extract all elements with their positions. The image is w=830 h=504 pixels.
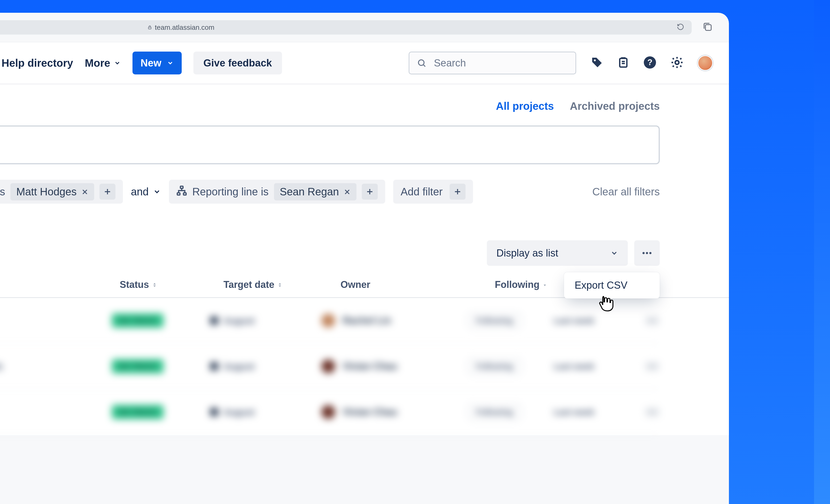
browser-window: team.atlassian.com ms Help directory [0,13,729,504]
tab-archived-projects[interactable]: Archived projects [570,100,660,112]
tab-all-projects-label: All projects [496,100,554,112]
row-title: timonials [0,361,112,372]
stage: team.atlassian.com ms Help directory [0,0,830,504]
svg-rect-0 [149,27,151,29]
display-row: Display as list Export CSV [0,208,729,271]
project-subtabs: All projects Archived projects [0,84,729,123]
project-search-box[interactable] [0,126,660,164]
add-contributor-button[interactable] [99,184,116,200]
owner-avatar [321,405,335,419]
row-status-cell: ON TRACK [112,313,210,328]
add-reporting-line-button[interactable] [362,184,378,200]
filter-contributor[interactable]: butor is Matt Hodges [0,180,123,204]
row-following[interactable]: Following [468,404,554,420]
plus-icon [454,188,461,196]
svg-point-2 [418,60,424,65]
following-pill[interactable]: Following [468,359,521,374]
chip-remove-icon[interactable] [344,186,351,198]
url-content: team.atlassian.com [148,23,215,32]
nav-more-label: More [85,57,110,69]
following-pill[interactable]: Following [468,404,521,420]
col-owner[interactable]: Owner [341,279,495,290]
clear-all-filters[interactable]: Clear all filters [593,186,660,198]
chip-contributor-text: Matt Hodges [16,186,76,198]
chip-contributor-value[interactable]: Matt Hodges [10,183,94,200]
avatar[interactable] [698,55,713,71]
app-header: ms Help directory More New Give feedback [0,42,729,84]
plus-icon [103,188,111,196]
owner-avatar [321,359,335,373]
sort-icon [152,279,158,290]
table-row[interactable]: ON TRACKAugustVivian ChauFollowingLast w… [0,390,660,435]
tag-icon[interactable] [590,56,603,70]
filter-connector[interactable]: and [131,186,161,198]
following-pill[interactable]: Following [468,313,521,328]
add-filter-plus[interactable] [450,184,466,200]
more-horizontal-icon [645,407,660,417]
row-following[interactable]: Following [468,313,554,328]
add-filter-button[interactable]: Add filter [393,180,473,204]
tabs-icon[interactable] [702,22,713,33]
filter-reporting-line-label: Reporting line is [192,186,269,198]
svg-rect-1 [705,25,711,31]
sort-desc-icon [542,279,547,290]
target-dot-icon [210,316,218,325]
display-mode-select[interactable]: Display as list [487,240,628,266]
status-badge: ON TRACK [112,405,164,419]
row-target: August [210,361,321,372]
svg-point-13 [649,252,651,254]
col-owner-label: Owner [341,279,370,290]
table-row[interactable]: ON TRACKAugustRachel LinFollowingLast we… [0,298,660,344]
lock-icon [148,25,152,30]
reload-icon[interactable] [677,23,684,32]
nav-help-directory-label: Help directory [2,57,73,69]
table-row[interactable]: timonialsON TRACKAugustVivian ChauFollow… [0,344,660,390]
row-last: Last week [553,362,645,371]
status-badge: ON TRACK [112,313,164,328]
help-icon[interactable]: ? [643,56,657,70]
new-button-label: New [140,58,161,69]
clipboard-icon[interactable] [617,56,630,70]
chevron-down-icon [167,60,174,66]
export-csv-label: Export CSV [575,280,628,291]
row-owner[interactable]: Vivian Chau [321,405,468,419]
col-target-date-label: Target date [223,279,274,290]
chip-reporting-line-text: Sean Regan [280,186,339,198]
chip-reporting-line-value[interactable]: Sean Regan [274,183,356,200]
svg-text:?: ? [647,58,652,67]
col-status[interactable]: Status [120,279,223,290]
filter-row: butor is Matt Hodges and [0,175,729,208]
filter-connector-label: and [131,186,149,198]
sort-icon [277,279,283,290]
give-feedback-button[interactable]: Give feedback [193,52,282,74]
more-actions-button[interactable] [634,240,660,266]
col-target-date[interactable]: Target date [223,279,341,290]
settings-icon[interactable] [670,56,684,70]
nav-help-directory[interactable]: Help directory [2,57,73,69]
row-actions[interactable] [645,361,660,372]
clear-all-filters-label: Clear all filters [593,186,660,198]
new-button[interactable]: New [132,52,182,74]
row-owner[interactable]: Rachel Lin [321,314,468,328]
give-feedback-label: Give feedback [203,58,272,69]
search-input[interactable]: Search [409,52,576,74]
hierarchy-icon [177,185,187,198]
filter-reporting-line[interactable]: Reporting line is Sean Regan [169,180,385,204]
row-status-cell: ON TRACK [112,405,210,419]
filter-contributor-label: butor is [0,186,5,198]
more-horizontal-icon [645,361,660,372]
nav-more[interactable]: More [85,57,121,69]
display-mode-label: Display as list [497,247,558,259]
row-owner[interactable]: Vivian Chau [321,359,468,373]
row-following[interactable]: Following [468,359,554,374]
row-last: Last week [553,407,645,417]
row-actions[interactable] [645,407,660,417]
url-bar[interactable]: team.atlassian.com [0,20,692,35]
row-actions[interactable] [645,315,660,326]
tab-all-projects[interactable]: All projects [496,100,554,112]
tab-archived-projects-label: Archived projects [570,100,660,112]
chevron-down-icon [610,249,618,257]
target-dot-icon [210,408,218,416]
row-status-cell: ON TRACK [112,359,210,373]
chip-remove-icon[interactable] [82,186,88,198]
